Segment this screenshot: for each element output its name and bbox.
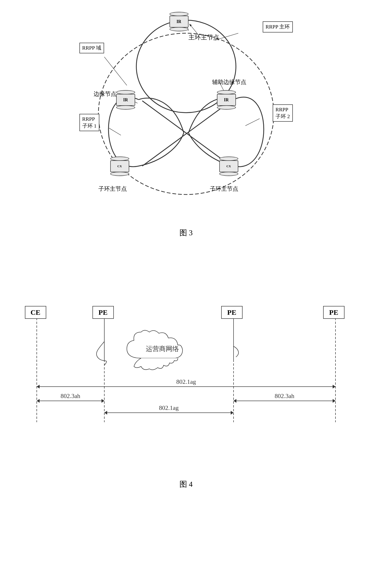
diagram4: 运营商网络 802.1ag 802.3ah 802.1ag	[20, 299, 352, 477]
router-bottom-disk	[116, 105, 135, 110]
router-top-disk	[116, 90, 135, 94]
router-body: IR	[217, 94, 236, 106]
subring-master-left-label: 子环主节点	[98, 185, 127, 193]
router-master: IR	[169, 12, 188, 31]
svg-text:运营商网络: 运营商网络	[146, 345, 179, 352]
svg-line-4	[104, 57, 127, 85]
figure4-svg: 运营商网络 802.1ag 802.3ah 802.1ag	[20, 299, 352, 477]
svg-line-2	[142, 101, 231, 166]
svg-line-11	[190, 24, 198, 34]
router-top-disk	[219, 157, 238, 161]
pe1-node: PE	[93, 306, 114, 319]
router-body: CX	[110, 160, 129, 172]
svg-text:802.3ah: 802.3ah	[275, 393, 294, 399]
router-subring-master-right: CX	[219, 157, 238, 176]
router-edge-right: IR	[217, 90, 236, 110]
figure4-caption: 图 4	[0, 479, 372, 490]
main-ring-master-label: 主环主节点	[188, 33, 219, 42]
router-subring-master-left: CX	[110, 157, 129, 176]
subring-master-right-label: 子环主节点	[210, 185, 238, 193]
svg-line-9	[109, 128, 121, 135]
router-top-disk	[217, 90, 236, 94]
aux-edge-node-label: 辅助边缘节点	[212, 78, 246, 86]
rrpp-main-ring-label: RRPP 主环	[266, 24, 290, 30]
diagram3: IR IR IR CX CX RRPP 域	[79, 10, 293, 247]
callout-rrpp-domain: RRPP 域	[79, 43, 104, 53]
router-bottom-disk	[169, 27, 188, 31]
figure3: IR IR IR CX CX RRPP 域	[0, 0, 372, 285]
rrpp-subring2-label: RRPP子环 2	[276, 106, 290, 119]
router-edge-left: IR	[116, 90, 135, 110]
svg-text:802.1ag: 802.1ag	[159, 404, 178, 411]
router-top-disk	[169, 12, 188, 16]
callout-rrpp-main-ring: RRPP 主环	[263, 21, 293, 32]
svg-line-3	[142, 101, 231, 166]
router-bottom-disk	[110, 172, 129, 176]
router-bottom-disk	[219, 172, 238, 176]
pe3-node: PE	[323, 306, 344, 319]
edge-node-label: 边缘节点	[94, 90, 116, 98]
callout-rrpp-subring1: RRPP子环 1	[79, 114, 100, 131]
callout-rrpp-subring2: RRPP子环 2	[273, 104, 293, 122]
rrpp-domain-label: RRPP 域	[82, 45, 102, 51]
pe2-node: PE	[221, 306, 243, 319]
router-top-disk	[110, 157, 129, 161]
router-body: IR	[169, 16, 188, 28]
ce-node: CE	[25, 306, 46, 319]
rrpp-subring1-label: RRPP子环 1	[82, 116, 97, 129]
router-body: IR	[116, 94, 135, 106]
router-body: CX	[219, 160, 238, 172]
svg-text:802.3ah: 802.3ah	[61, 393, 80, 399]
svg-line-10	[245, 119, 260, 126]
rings-svg	[79, 10, 293, 247]
router-bottom-disk	[217, 105, 236, 110]
svg-text:802.1ag: 802.1ag	[176, 378, 196, 385]
figure4: 运营商网络 802.1ag 802.3ah 802.1ag	[0, 299, 372, 536]
